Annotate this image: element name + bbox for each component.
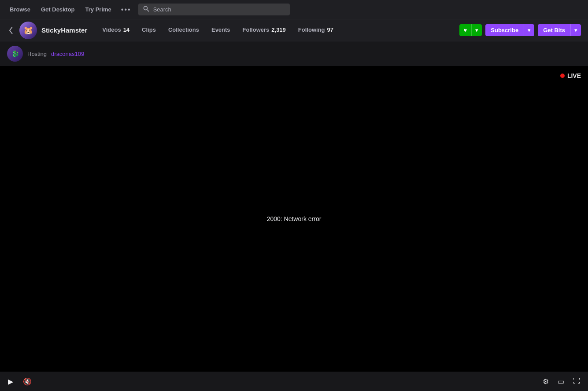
more-nav-item[interactable]: ••• (118, 3, 135, 16)
channel-avatar[interactable]: 🐹 (19, 22, 37, 39)
search-icon (143, 5, 150, 14)
subscribe-dropdown-button[interactable]: ▾ (524, 24, 534, 36)
channel-navigation: 🐹 StickyHamster Videos14 Clips Collectio… (0, 19, 588, 41)
hosting-avatar: 🐉 (7, 46, 23, 62)
tab-clips[interactable]: Clips (136, 19, 162, 41)
live-badge: LIVE (560, 72, 581, 79)
get-bits-dropdown-button[interactable]: ▾ (570, 24, 581, 36)
subscribe-button-group: Subscribe ▾ (485, 24, 534, 36)
collapse-sidebar-button[interactable] (7, 19, 16, 41)
heart-button[interactable]: ♥ (459, 24, 472, 36)
main-layout: 🐉 Hosting draconas109 LIVE 2000: Network… (0, 41, 588, 391)
heart-dropdown-button[interactable]: ▾ (471, 24, 482, 36)
try-prime-nav-item[interactable]: Try Prime (81, 4, 116, 15)
search-input[interactable] (153, 6, 285, 13)
fullscreen-button[interactable]: ⛶ (570, 375, 583, 388)
live-indicator-dot (560, 74, 565, 78)
subscribe-button[interactable]: Subscribe (485, 24, 524, 36)
hosting-text: Hosting (27, 51, 47, 57)
tab-following[interactable]: Following97 (292, 19, 340, 41)
hosting-bar: 🐉 Hosting draconas109 (0, 41, 588, 66)
settings-button[interactable]: ⚙ (540, 375, 551, 388)
video-controls-bar: ▶ 🔇 ⚙ ▭ ⛶ (0, 372, 588, 391)
chevron-down-icon: ▾ (475, 27, 478, 33)
browse-nav-item[interactable]: Browse (5, 4, 35, 15)
tab-collections[interactable]: Collections (162, 19, 205, 41)
fullscreen-icon: ⛶ (573, 377, 580, 385)
get-bits-button-group: Get Bits ▾ (538, 24, 581, 36)
search-container (138, 4, 290, 15)
play-button[interactable]: ▶ (5, 375, 16, 388)
get-bits-button[interactable]: Get Bits (538, 24, 570, 36)
play-icon: ▶ (8, 377, 13, 386)
tab-videos[interactable]: Videos14 (96, 19, 136, 41)
chevron-down-icon-bits: ▾ (574, 27, 577, 33)
channel-name[interactable]: StickyHamster (41, 26, 87, 34)
mute-icon: 🔇 (23, 377, 32, 386)
controls-right: ⚙ ▭ ⛶ (540, 375, 583, 388)
mute-button[interactable]: 🔇 (20, 375, 34, 388)
theatre-icon: ▭ (558, 377, 564, 386)
tab-followers[interactable]: Followers2,319 (237, 19, 292, 41)
theatre-mode-button[interactable]: ▭ (555, 375, 567, 388)
heart-icon: ♥ (464, 27, 467, 33)
get-desktop-nav-item[interactable]: Get Desktop (37, 4, 79, 15)
tab-events[interactable]: Events (205, 19, 237, 41)
video-player[interactable]: LIVE 2000: Network error (0, 66, 588, 372)
heart-button-group: ♥ ▾ (459, 24, 482, 36)
video-error-message: 2000: Network error (267, 215, 322, 222)
top-navigation: Browse Get Desktop Try Prime ••• (0, 0, 588, 19)
live-label: LIVE (567, 72, 581, 79)
settings-icon: ⚙ (543, 377, 549, 386)
hosting-channel-link[interactable]: draconas109 (51, 51, 84, 57)
avatar-image: 🐹 (19, 22, 37, 39)
channel-actions: ♥ ▾ Subscribe ▾ Get Bits ▾ (459, 24, 581, 36)
chevron-down-icon-sub: ▾ (528, 27, 531, 33)
